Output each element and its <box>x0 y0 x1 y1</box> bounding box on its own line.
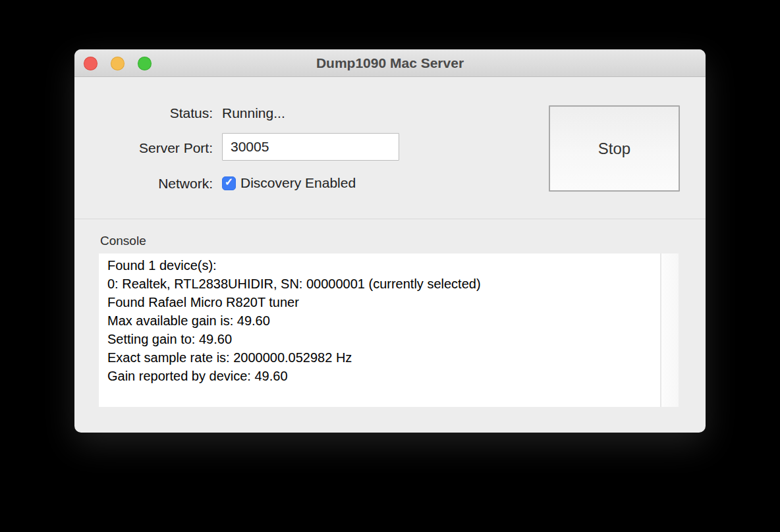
console-output[interactable]: Found 1 device(s): 0: Realtek, RTL2838UH… <box>99 253 679 407</box>
checkmark-icon: ✓ <box>225 177 233 188</box>
section-divider <box>74 219 706 219</box>
console-label: Console <box>100 233 146 248</box>
discovery-checkbox[interactable]: ✓ <box>222 176 236 190</box>
app-window: Dump1090 Mac Server Status: Running... S… <box>74 49 706 433</box>
stop-button[interactable]: Stop <box>549 105 680 192</box>
discovery-checkbox-row: ✓ Discovery Enabled <box>222 174 356 192</box>
server-port-input[interactable] <box>222 133 399 161</box>
status-value: Running... <box>222 105 285 122</box>
console-line: 0: Realtek, RTL2838UHIDIR, SN: 00000001 … <box>107 275 660 293</box>
console-line: Max available gain is: 49.60 <box>107 311 660 330</box>
status-label: Status: <box>74 105 213 122</box>
console-line: Found Rafael Micro R820T tuner <box>107 293 660 311</box>
window-title: Dump1090 Mac Server <box>74 49 706 77</box>
window-titlebar[interactable]: Dump1090 Mac Server <box>74 49 706 77</box>
network-label: Network: <box>74 175 213 192</box>
console-line: Setting gain to: 49.60 <box>107 330 660 348</box>
console-line: Gain reported by device: 49.60 <box>107 367 660 385</box>
server-port-label: Server Port: <box>74 140 213 157</box>
console-line: Found 1 device(s): <box>107 256 660 275</box>
console-line: Exact sample rate is: 2000000.052982 Hz <box>107 348 660 367</box>
console-text: Found 1 device(s): 0: Realtek, RTL2838UH… <box>99 253 660 407</box>
discovery-checkbox-label[interactable]: Discovery Enabled <box>240 175 356 191</box>
console-scrollbar-track[interactable] <box>660 253 679 407</box>
